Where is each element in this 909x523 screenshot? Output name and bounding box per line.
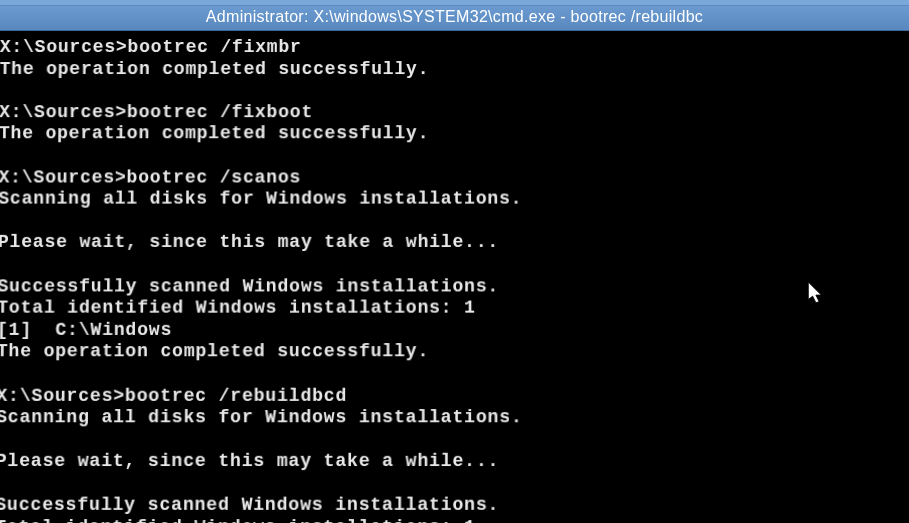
terminal-line bbox=[0, 363, 909, 385]
terminal-line: Total identified Windows installations: … bbox=[0, 298, 909, 320]
window-titlebar: Administrator: X:\windows\SYSTEM32\cmd.e… bbox=[0, 6, 909, 31]
terminal-line: Scanning all disks for Windows installat… bbox=[0, 189, 909, 211]
terminal-line bbox=[0, 473, 909, 495]
terminal-line: X:\Sources>bootrec /rebuildbcd bbox=[0, 385, 909, 407]
window-title-text: Administrator: X:\windows\SYSTEM32\cmd.e… bbox=[206, 8, 703, 25]
terminal-line bbox=[0, 254, 909, 276]
terminal-line: Successfully scanned Windows installatio… bbox=[0, 276, 909, 298]
terminal-line: The operation completed successfully. bbox=[0, 341, 909, 363]
terminal-line: Scanning all disks for Windows installat… bbox=[0, 407, 909, 429]
terminal-line: Successfully scanned Windows installatio… bbox=[0, 495, 909, 517]
terminal-line: X:\Sources>bootrec /scanos bbox=[0, 167, 909, 189]
terminal-line: Please wait, since this may take a while… bbox=[0, 232, 909, 254]
terminal-line bbox=[0, 80, 909, 102]
terminal-line: X:\Sources>bootrec /fixmbr bbox=[0, 37, 909, 59]
terminal-line: Please wait, since this may take a while… bbox=[0, 451, 909, 473]
terminal-line: Total identified Windows installations: … bbox=[0, 517, 909, 523]
terminal-line: The operation completed successfully. bbox=[0, 124, 909, 146]
terminal-line bbox=[0, 210, 909, 232]
cmd-window: Administrator: X:\windows\SYSTEM32\cmd.e… bbox=[0, 5, 909, 523]
terminal-line bbox=[0, 145, 909, 167]
terminal-line: The operation completed successfully. bbox=[0, 59, 909, 81]
terminal-line bbox=[0, 429, 909, 451]
terminal-line: [1] C:\Windows bbox=[0, 319, 909, 341]
terminal-output[interactable]: X:\Sources>bootrec /fixmbrThe operation … bbox=[0, 31, 909, 523]
terminal-line: X:\Sources>bootrec /fixboot bbox=[0, 102, 909, 124]
